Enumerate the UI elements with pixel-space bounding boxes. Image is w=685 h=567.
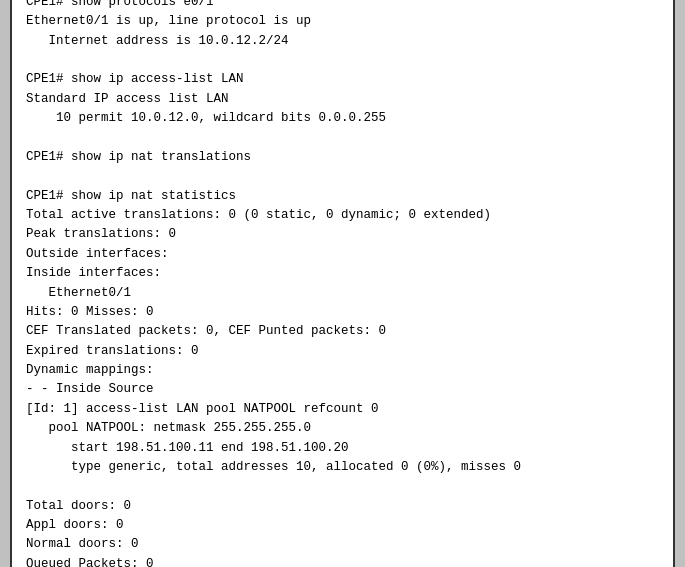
terminal-window: CPE1# show protocols e0/1 Ethernet0/1 is…: [10, 0, 675, 567]
terminal-content: CPE1# show protocols e0/1 Ethernet0/1 is…: [26, 0, 659, 567]
